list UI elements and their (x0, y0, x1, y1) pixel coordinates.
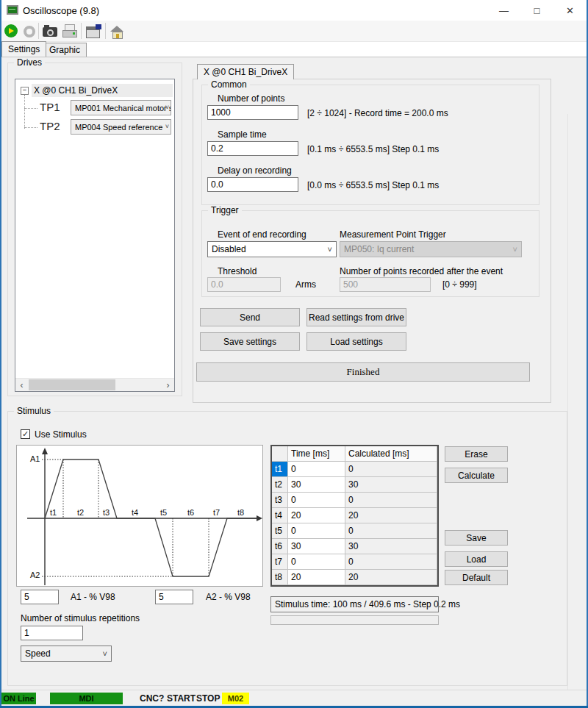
erase-button[interactable]: Erase (445, 446, 508, 462)
stimulus-load-button[interactable]: Load (445, 551, 508, 567)
toolbar (0, 21, 588, 42)
minimize-button[interactable]: — (487, 0, 520, 21)
row-header-t2[interactable]: t2 (272, 477, 288, 493)
camera-icon[interactable] (42, 22, 60, 40)
chevron-down-icon: ˅ (165, 104, 169, 111)
tab-settings[interactable]: Settings (1, 41, 46, 57)
tree-expand-icon[interactable]: − (21, 87, 29, 95)
time-cell-t8[interactable]: 20 (288, 570, 345, 585)
row-header-t3[interactable]: t3 (272, 493, 288, 508)
tree-node-tp2: TP2 (40, 120, 60, 132)
stop-icon[interactable] (21, 22, 38, 40)
close-button[interactable]: ✕ (553, 0, 587, 21)
mdi-status-badge: MDI (50, 693, 123, 704)
sample-time-input[interactable] (207, 141, 298, 156)
common-group-label: Common (208, 79, 250, 90)
time-cell-t4[interactable]: 20 (288, 508, 345, 523)
use-stimulus-checkbox[interactable]: ✓ (21, 429, 30, 439)
m02-status-badge: M02 (222, 693, 249, 704)
stimulus-default-button[interactable]: Default (445, 570, 508, 585)
row-header-t4[interactable]: t4 (272, 508, 288, 523)
chevron-down-icon: ˅ (328, 245, 332, 254)
read-settings-button[interactable]: Read settings from drive (306, 308, 406, 326)
event-end-recording-label: Event of end recording (218, 229, 306, 240)
a1-axis-label: A1 (30, 454, 40, 463)
tp1-measure-point-combo[interactable]: MP001 Mechanical motor sp ˅ (71, 100, 171, 115)
repetitions-input[interactable] (21, 626, 83, 640)
chevron-down-icon: ˅ (165, 123, 169, 130)
delay-label: Delay on recording (218, 165, 292, 176)
threshold-label: Threshold (218, 266, 257, 276)
mp-trigger-combo: MP050: Iq current ˅ (340, 241, 522, 257)
points-after-event-input (340, 277, 431, 292)
calc-cell-t7: 0 (345, 554, 437, 570)
finished-button[interactable]: Finished (196, 362, 530, 382)
toolbar-separator (81, 23, 82, 39)
start-status-label: START (167, 693, 196, 704)
drives-group-label: Drives (14, 57, 45, 68)
number-of-points-label: Number of points (218, 93, 284, 104)
row-header-t8[interactable]: t8 (272, 570, 288, 585)
time-cell-t5[interactable]: 0 (288, 523, 345, 539)
online-status-badge: ON Line (1, 693, 36, 704)
stimulus-mode-combo[interactable]: Speed ˅ (21, 646, 112, 662)
sample-time-label: Sample time (218, 129, 267, 140)
settings-page: Drives − X @0 CH1 Bi_DriveX TP1 MP001 Me… (0, 57, 588, 690)
use-stimulus-label: Use Stimulus (35, 429, 87, 440)
tree-hscrollbar[interactable]: ‹ › (15, 378, 174, 391)
number-of-points-input[interactable] (207, 105, 298, 120)
toolbar-separator (105, 23, 106, 39)
row-header-t7[interactable]: t7 (272, 554, 288, 570)
window-border (0, 0, 1, 708)
chevron-down-icon: ˅ (513, 245, 517, 254)
start-icon[interactable] (3, 22, 21, 40)
tab-drive-x[interactable]: X @0 CH1 Bi_DriveX (197, 64, 294, 79)
a2-percent-input[interactable] (155, 590, 193, 604)
calculate-button[interactable]: Calculate (445, 468, 508, 483)
tree-node-tp1: TP1 (40, 101, 60, 113)
stimulus-progress-bar (270, 615, 439, 625)
delay-input[interactable] (207, 177, 298, 192)
save-settings-button[interactable]: Save settings (200, 332, 300, 351)
row-header-t1[interactable]: t1 (272, 462, 288, 477)
title-bar: Oscilloscope (9.8) — □ ✕ (0, 0, 588, 21)
a1-percent-input[interactable] (21, 590, 59, 604)
stop-status-label: STOP (196, 693, 220, 704)
a1-percent-label: A1 - % V98 (71, 592, 115, 602)
calc-cell-t1: 0 (345, 462, 437, 477)
t6-label: t6 (187, 508, 194, 517)
stimulus-group-label: Stimulus (14, 406, 54, 416)
check-icon: ✓ (22, 430, 29, 438)
send-button[interactable]: Send (200, 308, 300, 326)
number-of-points-hint: [2 ÷ 1024] - Record time = 200.0 ms (307, 108, 448, 118)
time-cell-t2[interactable]: 30 (288, 477, 345, 493)
app-icon (7, 5, 18, 15)
time-cell-t7[interactable]: 0 (288, 554, 345, 570)
event-end-recording-combo[interactable]: Disabled ˅ (207, 241, 337, 257)
properties-icon[interactable] (85, 22, 102, 40)
scroll-left-icon[interactable]: ‹ (15, 379, 28, 391)
delay-hint: [0.0 ms ÷ 6553.5 ms] Step 0.1 ms (307, 180, 439, 190)
repetitions-label: Number of stimulus repetitions (21, 613, 140, 623)
row-header-t5[interactable]: t5 (272, 523, 288, 539)
tab-graphic[interactable]: Graphic (43, 43, 87, 57)
scrollbar-thumb[interactable] (29, 379, 115, 390)
home-icon[interactable] (109, 22, 126, 40)
row-header-t6[interactable]: t6 (272, 539, 288, 554)
mp-trigger-label: Measurement Point Trigger (340, 229, 446, 240)
sample-time-hint: [0.1 ms ÷ 6553.5 ms] Step 0.1 ms (307, 144, 439, 154)
time-cell-t3[interactable]: 0 (288, 493, 345, 508)
time-cell-t6[interactable]: 30 (288, 539, 345, 554)
stimulus-save-button[interactable]: Save (445, 530, 508, 546)
load-settings-button[interactable]: Load settings (306, 332, 406, 351)
tree-root-node[interactable]: X @0 CH1 Bi_DriveX (32, 84, 173, 97)
t7-label: t7 (213, 508, 220, 517)
tp2-measure-point-combo[interactable]: MP004 Speed reference ˅ (71, 119, 171, 135)
stimulus-waveform-diagram: A1 A2 t1 t2 t3 t4 t5 t6 t7 t8 (16, 445, 263, 587)
t5-label: t5 (160, 508, 167, 517)
scroll-right-icon[interactable]: › (162, 379, 174, 391)
time-cell-t1[interactable]: 0 (288, 462, 345, 477)
stimulus-time-info: Stimulus time: 100 ms / 409.6 ms - Step … (270, 596, 439, 612)
maximize-button[interactable]: □ (520, 0, 553, 21)
print-icon[interactable] (61, 22, 79, 40)
